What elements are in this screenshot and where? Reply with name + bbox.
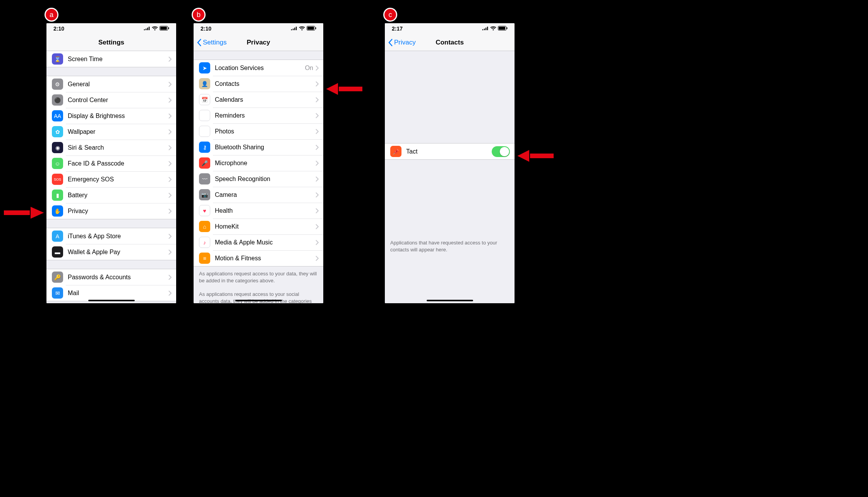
row-label: Passwords & Accounts bbox=[68, 274, 168, 281]
svg-rect-17 bbox=[296, 27, 297, 30]
reminders-icon: ⋮ bbox=[199, 110, 210, 121]
svg-rect-13 bbox=[168, 27, 169, 29]
chevron-right-icon bbox=[168, 193, 172, 198]
chevron-right-icon bbox=[316, 97, 319, 102]
row-speech[interactable]: 〰Speech Recognition bbox=[194, 171, 323, 187]
home-indicator[interactable] bbox=[427, 300, 473, 301]
tact-toggle[interactable] bbox=[492, 146, 510, 157]
row-label: Mail bbox=[68, 290, 168, 297]
row-general[interactable]: ⚙General bbox=[46, 76, 176, 92]
nav-header: Privacy Contacts bbox=[385, 34, 515, 51]
row-battery[interactable]: ▮Battery bbox=[46, 187, 176, 203]
row-display-brightness[interactable]: AADisplay & Brightness bbox=[46, 108, 176, 124]
svg-rect-16 bbox=[294, 28, 295, 31]
row-value: On bbox=[305, 65, 313, 72]
chevron-right-icon bbox=[168, 145, 172, 150]
row-label: Wallet & Apple Pay bbox=[68, 249, 168, 256]
row-label: Reminders bbox=[215, 112, 316, 119]
passwords-icon: 🔑 bbox=[52, 272, 63, 283]
battery-icon bbox=[307, 26, 316, 32]
tact-icon: 📌 bbox=[390, 146, 401, 157]
row-media[interactable]: ♪Media & Apple Music bbox=[194, 234, 323, 250]
row-itunes[interactable]: AiTunes & App Store bbox=[46, 228, 176, 244]
calendars-icon: 📅 bbox=[199, 94, 210, 105]
svg-rect-28 bbox=[499, 27, 505, 30]
arrow-to-contacts bbox=[324, 81, 363, 97]
row-camera[interactable]: 📷Camera bbox=[194, 187, 323, 203]
mail-icon: ✉ bbox=[52, 287, 63, 299]
chevron-right-icon bbox=[168, 234, 172, 239]
row-location[interactable]: ➤Location ServicesOn bbox=[194, 60, 323, 76]
wallpaper-icon: ✿ bbox=[52, 126, 63, 137]
svg-point-10 bbox=[154, 29, 156, 31]
status-bar: 2:17 bbox=[385, 23, 515, 34]
chevron-right-icon bbox=[316, 224, 319, 229]
contacts-icon: 👤 bbox=[199, 78, 210, 89]
row-motion[interactable]: ≡Motion & Fitness bbox=[194, 250, 323, 266]
back-button[interactable]: Settings bbox=[197, 34, 226, 51]
row-health[interactable]: ♥Health bbox=[194, 203, 323, 219]
row-screen-time[interactable]: ⌛Screen Time bbox=[46, 51, 176, 67]
battery-icon bbox=[160, 26, 169, 32]
row-mail[interactable]: ✉Mail bbox=[46, 285, 176, 301]
chevron-right-icon bbox=[168, 82, 172, 87]
home-indicator[interactable] bbox=[88, 300, 135, 301]
row-wallpaper[interactable]: ✿Wallpaper bbox=[46, 124, 176, 140]
back-button[interactable]: Privacy bbox=[388, 34, 416, 51]
footer-note-1: As applications request access to your d… bbox=[194, 268, 323, 291]
row-label: Tact bbox=[406, 148, 492, 155]
svg-rect-9 bbox=[149, 27, 149, 30]
row-label: Photos bbox=[215, 128, 316, 135]
svg-rect-8 bbox=[147, 28, 148, 31]
svg-rect-24 bbox=[485, 28, 486, 31]
row-wallet[interactable]: ▬Wallet & Apple Pay bbox=[46, 244, 176, 260]
battery-icon: ▮ bbox=[52, 190, 63, 201]
contacts-permission-list[interactable]: 📌Tact Applications that have requested a… bbox=[385, 51, 515, 303]
row-tact[interactable]: 📌Tact bbox=[385, 143, 515, 159]
row-passwords[interactable]: 🔑Passwords & Accounts bbox=[46, 269, 176, 285]
footer-note: Applications that have requested access … bbox=[385, 237, 515, 260]
settings-list[interactable]: ⌛Screen Time ⚙General⚫Control CenterAADi… bbox=[46, 51, 176, 303]
chevron-right-icon bbox=[168, 177, 172, 182]
row-label: Location Services bbox=[215, 65, 305, 72]
svg-rect-4 bbox=[529, 153, 554, 159]
row-label: Screen Time bbox=[68, 56, 168, 63]
svg-marker-1 bbox=[30, 206, 45, 219]
screen-time-icon: ⌛ bbox=[52, 53, 63, 65]
status-time: 2:10 bbox=[201, 26, 211, 32]
home-indicator[interactable] bbox=[235, 300, 282, 301]
row-reminders[interactable]: ⋮Reminders bbox=[194, 108, 323, 123]
chevron-right-icon bbox=[316, 176, 319, 182]
svg-point-6 bbox=[144, 29, 145, 31]
chevron-right-icon bbox=[316, 256, 319, 261]
row-label: Emergency SOS bbox=[68, 176, 168, 183]
siri-search-icon: ◉ bbox=[52, 142, 63, 153]
health-icon: ♥ bbox=[199, 205, 210, 216]
row-siri-search[interactable]: ◉Siri & Search bbox=[46, 140, 176, 155]
homekit-icon: ⌂ bbox=[199, 221, 210, 232]
row-photos[interactable]: ✿Photos bbox=[194, 123, 323, 139]
privacy-list[interactable]: ➤Location ServicesOn👤Contacts📅Calendars⋮… bbox=[194, 51, 323, 303]
row-contacts[interactable]: 👤Contacts bbox=[194, 76, 323, 92]
step-badge-a: a bbox=[45, 8, 58, 22]
chevron-right-icon bbox=[168, 275, 172, 280]
svg-point-14 bbox=[291, 29, 292, 31]
row-label: Camera bbox=[215, 191, 316, 198]
status-time: 2:17 bbox=[392, 26, 403, 32]
svg-point-18 bbox=[302, 29, 303, 31]
row-microphone[interactable]: 🎤Microphone bbox=[194, 155, 323, 171]
wallet-icon: ▬ bbox=[52, 246, 63, 258]
row-label: Display & Brightness bbox=[68, 113, 168, 120]
row-calendars[interactable]: 📅Calendars bbox=[194, 92, 323, 108]
itunes-icon: A bbox=[52, 231, 63, 242]
row-face-id[interactable]: ☺Face ID & Passcode bbox=[46, 155, 176, 171]
row-control-center[interactable]: ⚫Control Center bbox=[46, 92, 176, 108]
row-label: Motion & Fitness bbox=[215, 255, 316, 262]
nav-header: Settings Privacy bbox=[194, 34, 323, 51]
row-privacy[interactable]: ✋Privacy bbox=[46, 203, 176, 219]
row-homekit[interactable]: ⌂HomeKit bbox=[194, 219, 323, 234]
row-emergency-sos[interactable]: SOSEmergency SOS bbox=[46, 171, 176, 187]
row-bluetooth[interactable]: ⚷Bluetooth Sharing bbox=[194, 139, 323, 155]
emergency-sos-icon: SOS bbox=[52, 174, 63, 185]
svg-rect-20 bbox=[307, 27, 314, 30]
